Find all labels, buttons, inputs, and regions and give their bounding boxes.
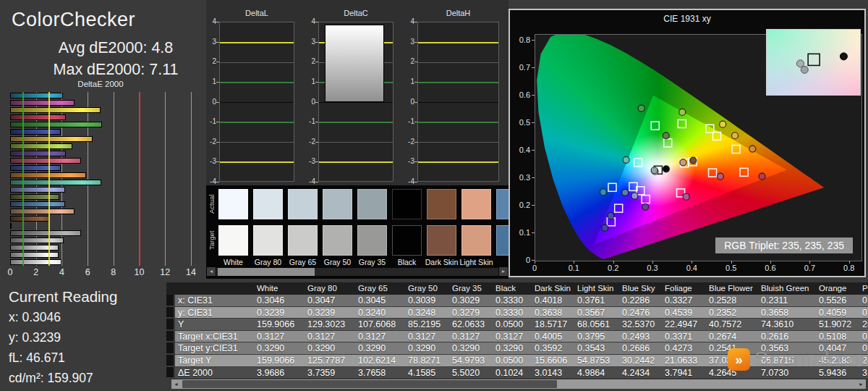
table-cell: 125.7787 [307,356,355,366]
table-cell: 3.7658 [358,368,405,379]
row-label: Target y:CIE31 [178,343,254,354]
reference-line--3 [418,161,498,163]
table-cell: 0.3761 [577,295,619,306]
current-reading-title: Current Reading [9,288,117,306]
reference-line-0 [418,102,498,103]
swatch-scrollbar-thumb[interactable] [218,268,315,276]
bar-light-skin [10,209,75,214]
reference-line-3 [48,92,50,266]
target-point-green [651,122,659,130]
cie-y-tick [532,40,535,41]
table-scroll-left-arrow-icon[interactable]: ◄ [171,379,181,389]
table-horizontal-scrollbar[interactable]: ◄► [171,379,866,389]
table-cell: 21.0633 [665,356,706,366]
row-label: Target x:CIE31 [178,332,254,342]
cie-y-tick [532,95,535,96]
target-swatch-gray-50 [323,225,352,256]
row-gutter-cell[interactable] [166,319,174,329]
cie-y-tick [532,177,535,178]
deltah-plot-area [417,22,499,182]
watermark-text: Soomal.com [754,348,868,371]
table-cell: 3.7359 [307,368,355,379]
column-header-gray-80: Gray 80 [307,283,355,294]
current-reading-line-2: fL: 46.671 [9,350,65,366]
table-cell: 0.3127 [495,332,532,342]
y-tick-label: 4 [206,17,216,25]
swatch-label: Gray 35 [354,258,390,266]
table-cell: 0.4059 [819,308,859,319]
y-tick-mark [315,122,318,122]
y-tick-mark [414,62,417,62]
column-header-purplish-blue: Purplish Blue [862,283,868,294]
y-tick-label: 3 [404,38,414,46]
table-cell: 159.9066 [257,319,305,330]
measured-point-blue-flower [631,193,638,199]
cie-y-tick [532,122,535,123]
measured-point-dark-skin [690,157,697,164]
table-cell: 0.3045 [358,295,405,306]
table-cell: 0.3371 [665,332,706,342]
reference-line-3 [418,42,498,43]
cie-y-tick [532,67,535,68]
measured-point-foliage [663,133,669,139]
table-cell: 0.3239 [257,308,305,319]
table-cell: 4.2434 [622,368,662,379]
cie-x-tick [613,261,614,264]
table-cell: 0.3239 [307,308,355,319]
y-tick-mark [315,22,318,22]
y-tick-label: -1 [404,117,414,125]
measured-point-purplish-blue [608,212,614,219]
bar-foliage [10,194,59,200]
target-swatch-gray-80 [253,225,283,256]
table-cell: 0.3127 [307,332,355,342]
table-cell: 5.5020 [452,368,493,379]
y-tick-label: -4 [305,177,315,185]
table-cell: 0.3279 [452,308,493,319]
swatch-scroll-left-arrow-icon[interactable]: ◄ [207,267,216,276]
row-gutter-cell[interactable] [166,331,174,342]
y-tick-mark [216,142,219,143]
row-label: y: CIE31 [178,308,254,319]
cie-x-tick-label: 0.7 [801,264,818,272]
row-label: Y [178,319,254,330]
target-point-cyan [608,183,616,191]
table-cell: 0.4539 [665,308,706,319]
table-scroll-right-arrow-icon[interactable]: ► [856,379,866,389]
table-cell: 0.2476 [622,308,662,319]
table-scrollbar-thumb[interactable] [182,380,557,388]
bar-cyan [10,93,63,98]
reference-line--1 [319,122,393,123]
x-tick-label: 12 [158,267,172,277]
measured-point-light-skin [680,159,686,166]
x-tick-label: 0 [3,267,17,277]
table-cell: 0.4273 [665,343,706,354]
cie-x-tick [574,261,574,264]
row-gutter-cell[interactable] [166,367,174,378]
y-tick-mark [414,122,417,122]
cie-x-tick-label: 0.4 [683,264,700,272]
row-gutter-cell[interactable] [166,355,174,366]
current-reading-line-3: cd/m²: 159.907 [9,371,93,386]
y-tick-label: -3 [404,157,414,165]
row-gutter-cell[interactable] [166,307,174,318]
y-tick-label: -1 [206,117,216,125]
table-cell: 0.3127 [452,332,493,342]
cie-y-tick-label: 0 [512,256,530,264]
cie-y-tick-label: 0.8 [512,35,530,44]
row-gutter-cell[interactable] [166,342,174,353]
table-cell: 51.9072 [819,319,859,330]
y-tick-mark [414,182,417,182]
target-swatch-partial [496,225,509,256]
bar-gray-80 [10,252,59,258]
row-gutter-cell[interactable] [166,295,174,306]
actual-swatch-dark-skin [427,189,456,219]
cie-y-tick-label: 0.7 [512,63,530,72]
x-tick-label: 8 [106,267,121,277]
target-point-moderate-red [709,169,717,177]
target-point-yellow [706,125,714,133]
table-cell: 40.7572 [709,319,758,330]
cie-chart-title: CIE 1931 xy [510,14,864,24]
swatch-scroll-right-arrow-icon[interactable]: ► [499,267,508,276]
actual-swatch-gray-65 [288,189,318,219]
bar-magenta [10,100,75,106]
